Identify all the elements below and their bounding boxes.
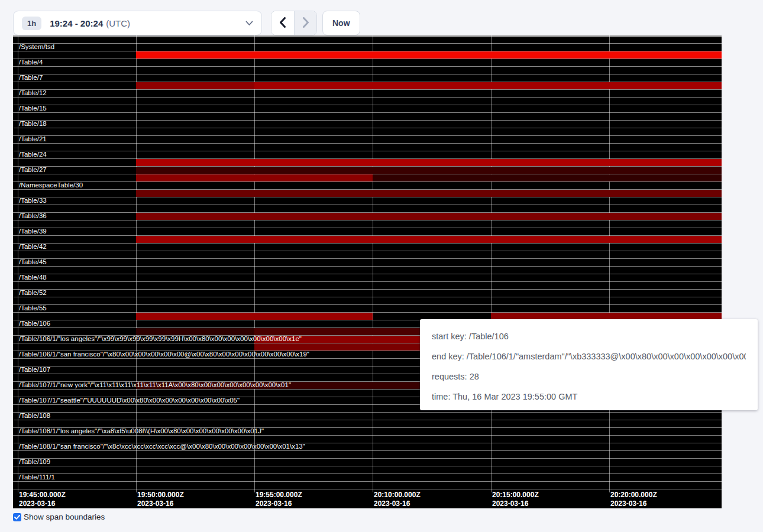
timezone-label: (UTC): [106, 18, 130, 28]
span-boundary-line: [13, 151, 722, 151]
row-label: /Table/107/1/"seattle"/"UUUUUUD\x00\x80\…: [19, 397, 240, 404]
axis-tick-label: 20:20:00.000Z2023-03-16: [610, 491, 657, 508]
span-boundary-line: [13, 120, 722, 121]
row-label: /Table/108/1/"los angeles"/"\xa8\xf5\u00…: [19, 427, 264, 435]
span-boundary-line: [13, 220, 722, 220]
row-label: /Table/18: [19, 120, 47, 128]
row-label: /Table/107: [19, 366, 50, 374]
time-bucket-line: [609, 35, 610, 492]
heat-bar[interactable]: [136, 313, 373, 320]
row-label: /Table/36: [19, 212, 47, 220]
duration-badge: 1h: [22, 17, 41, 30]
heat-bar[interactable]: [136, 159, 722, 166]
next-time-button[interactable]: [294, 11, 316, 35]
span-boundary-line: [13, 304, 722, 305]
time-bucket-line: [18, 35, 18, 492]
row-label: /Table/7: [19, 74, 43, 82]
row-label: /Table/109: [19, 458, 50, 466]
span-boundary-line: [13, 289, 722, 290]
axis-time: 20:10:00.000Z: [374, 491, 421, 499]
axis-tick-label: 20:10:00.000Z2023-03-16: [374, 491, 421, 508]
axis-tick-label: 20:15:00.000Z2023-03-16: [492, 491, 539, 508]
heat-bar[interactable]: [373, 174, 722, 181]
span-boundary-line: [13, 466, 722, 466]
tooltip-line: requests: 28: [432, 366, 746, 387]
span-boundary-line: [13, 105, 722, 105]
heat-bar[interactable]: [136, 328, 254, 335]
now-button[interactable]: Now: [322, 11, 360, 35]
axis-time: 20:20:00.000Z: [610, 491, 657, 499]
span-boundary-line: [13, 473, 722, 474]
heat-bar[interactable]: [136, 190, 722, 197]
span-boundary-line: [13, 481, 722, 482]
row-label: /Table/39: [19, 228, 47, 235]
row-label: /Table/4: [19, 59, 43, 66]
span-boundary-line: [13, 281, 722, 282]
cell-tooltip: start key: /Table/106end key: /Table/106…: [420, 319, 758, 410]
time-axis: 19:45:00.000Z2023-03-1619:50:00.000Z2023…: [13, 489, 722, 508]
span-boundary-line: [13, 97, 722, 98]
heat-bar[interactable]: [136, 174, 373, 181]
span-boundary-line: [13, 228, 722, 228]
time-bucket-line: [491, 35, 492, 492]
span-boundary-line: [13, 143, 722, 144]
heat-bar[interactable]: [136, 213, 722, 220]
span-boundary-line: [13, 181, 722, 182]
span-boundary-line: [13, 89, 722, 90]
span-boundary-line: [13, 489, 722, 489]
previous-time-button[interactable]: [271, 11, 294, 35]
span-boundary-line: [13, 43, 722, 44]
row-label: /Table/48: [19, 274, 47, 281]
time-bucket-line: [373, 35, 373, 492]
row-label: /Table/15: [19, 105, 47, 112]
axis-date: 2023-03-16: [19, 499, 66, 508]
span-boundary-line: [13, 128, 722, 128]
span-boundary-line: [13, 197, 722, 197]
span-boundary-line: [13, 412, 722, 413]
row-label: /Table/42: [19, 243, 47, 251]
show-span-boundaries-label: Show span boundaries: [24, 512, 105, 521]
row-label: /Table/27: [19, 166, 47, 174]
heat-bar[interactable]: [136, 51, 722, 59]
span-boundary-line: [13, 258, 722, 259]
row-label: /Table/108: [19, 412, 50, 420]
span-boundary-line: [13, 205, 722, 205]
span-boundary-line: [13, 243, 722, 244]
axis-time: 19:45:00.000Z: [19, 491, 66, 499]
toolbar: 1h 19:24 - 20:24 (UTC) Now: [0, 0, 763, 35]
check-icon: [14, 515, 20, 520]
row-label: /Table/55: [19, 304, 47, 312]
row-label: /Table/52: [19, 289, 47, 297]
axis-tick-label: 19:45:00.000Z2023-03-16: [19, 491, 66, 508]
heat-bar[interactable]: [254, 82, 722, 89]
row-label: /Table/106: [19, 320, 50, 327]
axis-date: 2023-03-16: [256, 499, 302, 508]
row-label: /Table/111/1: [19, 473, 55, 481]
row-label: /Table/106/1/"san francisco"/"\x80\x00\x…: [19, 351, 309, 358]
span-boundary-line: [13, 112, 722, 113]
time-range-select[interactable]: 1h 19:24 - 20:24 (UTC): [13, 11, 262, 35]
span-boundary-line: [13, 274, 722, 274]
row-label: /Table/45: [19, 258, 47, 266]
row-label: /Table/108/1/"san francisco"/"\x8c\xcc\x…: [19, 443, 305, 450]
axis-tick-label: 19:50:00.000Z2023-03-16: [137, 491, 184, 508]
heat-bar[interactable]: [136, 82, 254, 89]
time-bucket-line: [136, 35, 137, 492]
span-boundary-line: [13, 266, 722, 267]
row-label: /System/tsd: [19, 43, 54, 51]
chevron-left-icon: [279, 17, 286, 30]
show-span-boundaries-checkbox[interactable]: [13, 513, 21, 521]
span-boundary-line: [13, 251, 722, 251]
heat-bar[interactable]: [136, 167, 722, 174]
heat-bar[interactable]: [136, 236, 722, 243]
row-label: /NamespaceTable/30: [19, 181, 83, 189]
span-boundary-line: [13, 297, 722, 297]
axis-date: 2023-03-16: [610, 499, 657, 508]
span-boundary-line: [13, 420, 722, 420]
span-boundary-line: [13, 458, 722, 459]
key-visualizer-heatmap[interactable]: 19:45:00.000Z2023-03-1619:50:00.000Z2023…: [13, 35, 722, 508]
span-boundary-line: [13, 66, 722, 67]
chevron-down-icon: [245, 21, 253, 26]
span-boundary-line: [13, 450, 722, 451]
axis-time: 20:15:00.000Z: [492, 491, 539, 499]
